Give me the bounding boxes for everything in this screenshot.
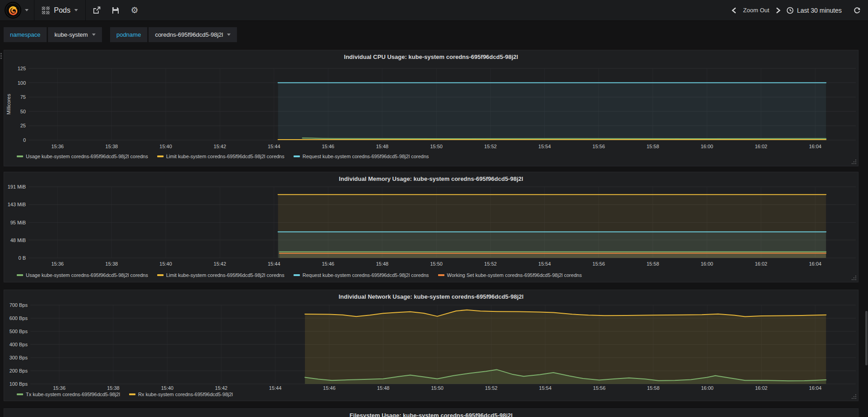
row-drag-handle[interactable]: [0, 53, 2, 54]
y-tick-label: 191 MiB: [8, 184, 26, 189]
legend-series-name: Usage kube-system coredns-695f96dcd5-98j…: [26, 154, 148, 159]
series-fill: [278, 83, 826, 140]
panel-title[interactable]: Individual Network Usage: kube-system co…: [4, 290, 858, 300]
x-tick-label: 15:54: [538, 144, 551, 149]
page-scrollbar-thumb[interactable]: [865, 311, 868, 365]
legend-series-name: Request kube-system coredns-695f96dcd5-9…: [303, 154, 429, 159]
legend-item[interactable]: Limit kube-system coredns-695f96dcd5-98j…: [157, 272, 285, 278]
time-forward-chevron-right-icon[interactable]: [776, 7, 781, 14]
clock-icon: [786, 7, 794, 14]
legend-series-name: Rx kube-system coredns-695f96dcd5-98j2l: [138, 392, 233, 397]
x-tick-label: 15:38: [106, 261, 118, 267]
legend-series-color-icon: [17, 393, 23, 395]
x-tick-label: 15:56: [593, 385, 606, 391]
panel-resize-grip[interactable]: [852, 276, 853, 276]
variable-podname-value-dropdown[interactable]: coredns-695f96dcd5-98j2l: [149, 27, 237, 42]
x-tick-label: 15:44: [268, 144, 280, 149]
x-tick-label: 15:46: [322, 261, 334, 267]
memory-chart-legend: Usage kube-system coredns-695f96dcd5-98j…: [17, 272, 582, 278]
x-tick-label: 15:58: [647, 385, 660, 391]
refresh-icon[interactable]: [854, 7, 861, 14]
legend-item[interactable]: Limit kube-system coredns-695f96dcd5-98j…: [157, 154, 285, 159]
x-tick-label: 15:40: [159, 144, 172, 149]
x-tick-label: 16:04: [809, 385, 822, 391]
panel-title[interactable]: Individual CPU Usage: kube-system coredn…: [4, 50, 858, 60]
x-tick-label: 16:02: [755, 385, 768, 391]
panel-resize-grip[interactable]: [852, 160, 853, 160]
x-tick-label: 16:02: [755, 261, 767, 267]
settings-gear-icon[interactable]: ⚙: [130, 6, 138, 15]
x-tick-label: 15:36: [53, 385, 66, 391]
legend-item[interactable]: Tx kube-system coredns-695f96dcd5-98j2l: [17, 392, 120, 397]
legend-item[interactable]: Usage kube-system coredns-695f96dcd5-98j…: [17, 272, 148, 278]
legend-item[interactable]: Rx kube-system coredns-695f96dcd5-98j2l: [129, 392, 233, 397]
variable-podname: podname coredns-695f96dcd5-98j2l: [110, 27, 237, 42]
time-range-picker[interactable]: Last 30 minutes: [786, 7, 842, 14]
time-back-chevron-left-icon[interactable]: [731, 7, 737, 14]
zoom-out-button[interactable]: Zoom Out: [743, 7, 769, 14]
x-tick-label: 15:40: [161, 385, 174, 391]
dashboard-grid-icon: [42, 6, 50, 15]
dashboard-picker[interactable]: Pods: [34, 0, 85, 20]
panel-title[interactable]: Individual Memory Usage: kube-system cor…: [4, 172, 858, 182]
x-tick-label: 16:04: [809, 261, 822, 267]
x-tick-label: 15:42: [214, 144, 227, 149]
x-tick-label: 15:50: [431, 385, 444, 391]
panel-individual-network-usage: Individual Network Usage: kube-system co…: [4, 290, 858, 401]
x-tick-label: 16:04: [809, 144, 822, 149]
share-icon[interactable]: [93, 6, 101, 14]
panel-resize-grip[interactable]: [852, 394, 853, 395]
x-tick-label: 15:44: [268, 261, 280, 267]
series-fill: [305, 310, 826, 384]
caret-down-icon: [227, 34, 231, 36]
legend-series-color-icon: [129, 393, 135, 395]
y-tick-label: 50: [20, 109, 26, 114]
legend-item[interactable]: Request kube-system coredns-695f96dcd5-9…: [294, 154, 429, 159]
variable-namespace: namespace kube-system: [4, 27, 102, 42]
x-tick-label: 15:54: [538, 261, 551, 267]
logo-menu-caret-icon[interactable]: [25, 9, 29, 11]
x-tick-label: 15:38: [107, 385, 120, 391]
legend-item[interactable]: Usage kube-system coredns-695f96dcd5-98j…: [17, 154, 148, 159]
x-tick-label: 15:46: [323, 385, 336, 391]
variable-namespace-value-dropdown[interactable]: kube-system: [48, 27, 102, 42]
x-tick-label: 15:56: [593, 144, 605, 149]
y-tick-label: 600 Bps: [10, 315, 28, 321]
cpu-chart-legend: Usage kube-system coredns-695f96dcd5-98j…: [17, 154, 429, 159]
legend-item[interactable]: Request kube-system coredns-695f96dcd5-9…: [294, 272, 429, 278]
x-tick-label: 15:52: [485, 385, 498, 391]
x-tick-label: 15:46: [322, 144, 334, 149]
y-tick-label: 700 Bps: [10, 302, 28, 308]
y-tick-label: 0 B: [18, 255, 26, 261]
legend-series-name: Limit kube-system coredns-695f96dcd5-98j…: [166, 154, 285, 159]
x-tick-label: 15:48: [376, 261, 389, 267]
x-tick-label: 15:44: [269, 385, 282, 391]
legend-series-color-icon: [17, 155, 23, 157]
x-tick-label: 15:38: [106, 144, 118, 149]
legend-series-color-icon: [157, 274, 164, 276]
variable-podname-label: podname: [110, 27, 147, 42]
network-usage-chart[interactable]: 15:3615:3815:4015:4215:4415:4615:4815:50…: [4, 290, 858, 401]
y-tick-label: 200 Bps: [10, 368, 28, 373]
legend-series-color-icon: [438, 274, 444, 276]
memory-usage-chart[interactable]: 15:3615:3815:4015:4215:4415:4615:4815:50…: [4, 172, 858, 282]
time-range-label: Last 30 minutes: [797, 7, 842, 14]
panel-individual-memory-usage: Individual Memory Usage: kube-system cor…: [4, 172, 858, 282]
legend-series-color-icon: [294, 155, 300, 157]
top-navbar: Pods ⚙ Zoom Out: [0, 0, 868, 21]
legend-series-name: Request kube-system coredns-695f96dcd5-9…: [303, 272, 429, 278]
legend-series-name: Limit kube-system coredns-695f96dcd5-98j…: [166, 272, 285, 278]
legend-item[interactable]: Working Set kube-system coredns-695f96dc…: [438, 272, 582, 278]
x-tick-label: 15:42: [215, 385, 228, 391]
x-tick-label: 16:02: [755, 144, 767, 149]
grafana-logo[interactable]: [5, 2, 21, 19]
x-tick-label: 15:42: [214, 261, 227, 267]
y-tick-label: 48 MiB: [10, 238, 26, 243]
cpu-usage-chart[interactable]: 15:3615:3815:4015:4215:4415:4615:4815:50…: [4, 50, 858, 166]
panel-title[interactable]: Filesystem Usage: kube-system coredns-69…: [4, 409, 858, 417]
caret-down-icon: [92, 34, 96, 36]
legend-series-color-icon: [17, 274, 23, 276]
save-icon[interactable]: [112, 7, 119, 14]
y-tick-label: 25: [20, 123, 26, 128]
legend-series-name: Tx kube-system coredns-695f96dcd5-98j2l: [26, 392, 120, 397]
